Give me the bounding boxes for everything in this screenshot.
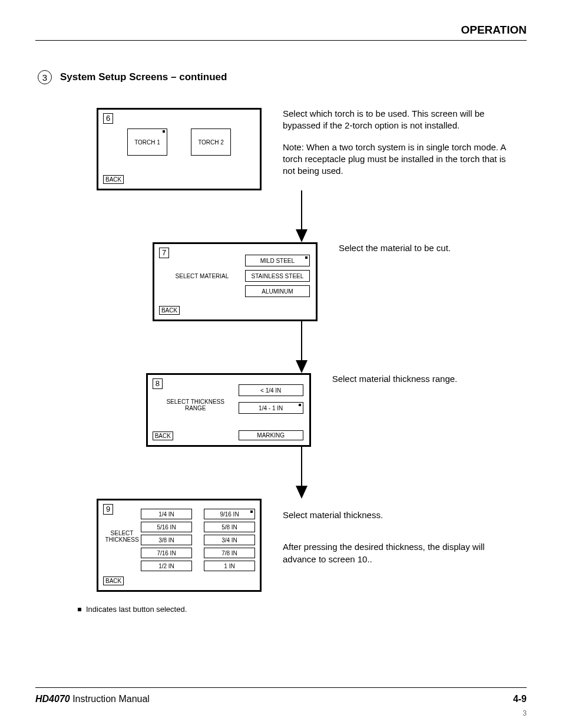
aluminum-button[interactable]: ALUMINUM (245, 285, 310, 297)
label-line: SELECT (111, 530, 134, 536)
opt-label: 1/4 - 1 IN (259, 405, 283, 411)
footer-left: HD4070 Instruction Manual (35, 694, 150, 704)
back-button[interactable]: BACK (103, 577, 124, 585)
label-line: SELECT THICKNESS (166, 398, 224, 405)
torch1-button[interactable]: TORCH 1 (127, 129, 167, 156)
desc-text: Select material thickness range. (332, 373, 458, 385)
page-footer: HD4070 Instruction Manual 4-9 (35, 687, 527, 704)
footnote-text: Indicates last button selected. (86, 605, 187, 614)
lt-quarter-button[interactable]: < 1/4 IN (239, 384, 303, 396)
back-button[interactable]: BACK (159, 306, 180, 315)
screen-7: 7 SELECT MATERIAL MILD STEEL STAINLESS S… (153, 242, 318, 321)
thickness-button[interactable]: 1/4 IN (141, 509, 192, 519)
thickness-button[interactable]: 1 IN (204, 561, 255, 571)
thickness-button[interactable]: 5/8 IN (204, 522, 255, 532)
section-number-icon: 3 (38, 70, 52, 84)
pdf-page-number: 3 (523, 709, 527, 717)
desc-text: Select the material to be cut. (339, 242, 451, 254)
torch1-label: TORCH 1 (134, 139, 160, 146)
note-lead: Note: (283, 142, 304, 152)
flow-arrow-icon (219, 447, 384, 499)
back-button[interactable]: BACK (153, 431, 173, 440)
screen-8-description: Select material thickness range. (332, 373, 458, 394)
desc-text: After pressing the desired thickness, th… (283, 541, 507, 565)
thickness-button[interactable]: 3/8 IN (141, 535, 192, 545)
selected-marker-icon (250, 510, 253, 513)
torch2-label: TORCH 2 (198, 139, 224, 146)
back-button[interactable]: BACK (103, 175, 124, 184)
screen-7-description: Select the material to be cut. (339, 242, 451, 263)
note-body: When a two torch system is in single tor… (283, 142, 506, 176)
screen-number: 6 (103, 113, 113, 124)
desc-text: Select which torch is to be used. This s… (283, 108, 507, 132)
flow-arrow-icon (219, 321, 384, 373)
thickness-button[interactable]: 3/4 IN (204, 535, 255, 545)
torch2-button[interactable]: TORCH 2 (191, 129, 231, 156)
page-header: OPERATION (35, 24, 527, 41)
select-material-label: SELECT MATERIAL (159, 273, 245, 279)
thickness-button[interactable]: 9/16 IN (204, 509, 255, 519)
screen-9-description: Select material thickness. After pressin… (283, 499, 507, 575)
label-line: THICKNESS (105, 536, 138, 543)
opt-label: 9/16 IN (220, 511, 239, 518)
desc-text: Select material thickness. (283, 509, 507, 521)
selected-marker-icon (299, 404, 301, 406)
screen-6-description: Select which torch is to be used. This s… (283, 108, 507, 186)
thickness-button[interactable]: 1/2 IN (141, 561, 192, 571)
select-thickness-range-label: SELECT THICKNESS RANGE (153, 384, 239, 411)
screen-6: 6 TORCH 1 TORCH 2 BACK (97, 108, 262, 190)
selected-marker-icon (163, 130, 165, 133)
header-title: OPERATION (35, 24, 527, 37)
thickness-button[interactable]: 7/8 IN (204, 548, 255, 558)
select-thickness-label: SELECT THICKNESS (103, 509, 141, 571)
section-title: System Setup Screens – continued (60, 71, 227, 83)
screen-9: 9 SELECT THICKNESS 1/4 IN 5/16 IN 3/8 IN… (97, 499, 262, 592)
legend-footnote: Indicates last button selected. (78, 605, 527, 614)
opt-label: MILD STEEL (260, 258, 295, 264)
selected-marker-icon (305, 256, 308, 259)
screen-number: 7 (159, 248, 169, 258)
screen-number: 9 (103, 504, 113, 515)
section-heading: 3 System Setup Screens – continued (38, 70, 527, 84)
thickness-button[interactable]: 5/16 IN (141, 522, 192, 532)
page-number: 4-9 (513, 694, 527, 704)
selected-marker-icon (78, 608, 81, 611)
label-line: RANGE (185, 405, 206, 411)
mild-steel-button[interactable]: MILD STEEL (245, 255, 310, 266)
note-text: Note: When a two torch system is in sing… (283, 141, 507, 177)
screen-number: 8 (153, 378, 163, 389)
marking-button[interactable]: MARKING (239, 430, 303, 440)
thickness-button[interactable]: 7/16 IN (141, 548, 192, 558)
manual-label: Instruction Manual (70, 694, 150, 704)
quarter-to-one-button[interactable]: 1/4 - 1 IN (239, 402, 303, 414)
stainless-steel-button[interactable]: STAINLESS STEEL (245, 270, 310, 282)
flow-arrow-icon (219, 190, 384, 242)
screen-8: 8 SELECT THICKNESS RANGE < 1/4 IN 1/4 - … (146, 373, 311, 447)
product-name: HD4070 (35, 694, 70, 704)
